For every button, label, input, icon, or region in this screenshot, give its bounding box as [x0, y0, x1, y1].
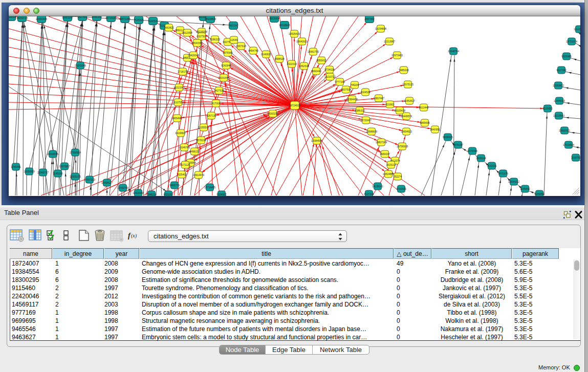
- svg-text:3171125: 3171125: [180, 163, 190, 166]
- svg-text:10807487: 10807487: [373, 97, 384, 100]
- svg-text:1322013: 1322013: [287, 62, 297, 65]
- svg-text:7857247: 7857247: [228, 24, 238, 27]
- svg-text:1640951: 1640951: [430, 128, 440, 131]
- svg-text:17957223: 17957223: [84, 178, 95, 181]
- svg-text:23031444: 23031444: [218, 76, 229, 79]
- svg-text:9684007: 9684007: [380, 152, 390, 156]
- svg-text:12213363: 12213363: [173, 86, 185, 89]
- svg-text:8912954: 8912954: [182, 31, 192, 34]
- svg-text:16210643: 16210643: [553, 114, 564, 117]
- svg-text:621663: 621663: [386, 103, 395, 106]
- svg-text:19218906: 19218906: [279, 24, 290, 27]
- svg-text:13654923: 13654923: [401, 130, 412, 133]
- svg-text:16210722: 16210722: [324, 75, 336, 78]
- svg-text:13525419: 13525419: [289, 32, 300, 35]
- svg-text:18724007: 18724007: [289, 104, 300, 107]
- svg-text:9734024: 9734024: [324, 68, 335, 71]
- svg-text:12646: 12646: [230, 38, 237, 41]
- svg-text:10653267: 10653267: [62, 16, 73, 19]
- svg-text:16033809: 16033809: [205, 17, 216, 20]
- svg-text:15720407: 15720407: [360, 119, 372, 122]
- svg-text:10654112: 10654112: [508, 180, 519, 183]
- svg-text:20206576: 20206576: [47, 152, 58, 156]
- svg-text:10973493: 10973493: [391, 54, 403, 57]
- svg-text:1527602: 1527602: [77, 16, 88, 18]
- svg-text:8813054: 8813054: [269, 17, 279, 20]
- svg-text:15692921: 15692921: [559, 129, 570, 132]
- svg-text:1588528: 1588528: [274, 57, 285, 60]
- svg-text:1829506: 1829506: [9, 16, 16, 18]
- svg-text:18300295: 18300295: [267, 112, 278, 115]
- svg-text:1295061: 1295061: [11, 165, 21, 168]
- svg-text:252274: 252274: [394, 175, 402, 178]
- svg-text:10688609: 10688609: [366, 130, 377, 133]
- svg-text:9227342: 9227342: [556, 69, 567, 72]
- svg-text:1615112: 1615112: [386, 163, 396, 166]
- svg-text:9613440: 9613440: [419, 106, 429, 109]
- svg-text:9346211: 9346211: [146, 193, 156, 196]
- svg-text:3915401: 3915401: [9, 169, 9, 172]
- svg-text:10719155: 10719155: [105, 16, 117, 19]
- svg-text:8311207: 8311207: [163, 193, 173, 196]
- svg-text:746206: 746206: [351, 83, 359, 86]
- svg-text:12942737: 12942737: [37, 171, 49, 174]
- svg-text:7485003: 7485003: [399, 69, 409, 72]
- svg-text:9245652: 9245652: [520, 187, 530, 190]
- svg-text:2386312: 2386312: [355, 109, 365, 112]
- svg-text:13716485: 13716485: [204, 186, 215, 189]
- svg-text:9465779: 9465779: [169, 184, 180, 187]
- svg-text:6837508: 6837508: [341, 88, 351, 91]
- svg-text:3875685: 3875685: [223, 51, 233, 54]
- svg-text:10025438: 10025438: [394, 109, 405, 112]
- svg-text:2935114: 2935114: [476, 157, 486, 160]
- svg-text:12213967: 12213967: [384, 40, 395, 43]
- svg-text:12423448: 12423448: [133, 191, 144, 194]
- svg-text:7515526: 7515526: [134, 18, 144, 21]
- svg-text:9146821: 9146821: [261, 53, 271, 56]
- svg-text:2687682: 2687682: [364, 17, 375, 20]
- svg-text:18807249: 18807249: [376, 141, 387, 144]
- svg-text:19384554: 19384554: [311, 139, 322, 142]
- svg-text:9242848: 9242848: [221, 64, 231, 67]
- svg-text:7955812: 7955812: [316, 59, 326, 62]
- svg-text:9427532: 9427532: [214, 89, 224, 92]
- svg-text:7663822: 7663822: [164, 26, 174, 29]
- svg-text:6479197: 6479197: [453, 143, 463, 146]
- svg-text:16671355: 16671355: [119, 17, 130, 20]
- svg-text:19654987: 19654987: [171, 117, 183, 120]
- svg-text:9329966: 9329966: [561, 55, 572, 58]
- svg-text:16107553: 16107553: [172, 101, 184, 104]
- svg-text:9474444: 9474444: [467, 149, 477, 152]
- svg-text:8186323: 8186323: [210, 38, 220, 41]
- svg-text:10782759: 10782759: [117, 186, 128, 189]
- svg-text:11156819: 11156819: [24, 170, 35, 173]
- svg-text:10975857: 10975857: [59, 165, 70, 168]
- svg-text:16543362: 16543362: [191, 41, 203, 45]
- svg-text:16648784: 16648784: [448, 50, 459, 53]
- svg-text:16154808: 16154808: [375, 27, 386, 30]
- svg-text:8127312: 8127312: [364, 192, 374, 195]
- svg-text:17359924: 17359924: [70, 151, 81, 154]
- svg-text:8454749: 8454749: [248, 49, 258, 52]
- svg-text:8267130: 8267130: [206, 114, 216, 117]
- svg-text:9120531: 9120531: [148, 19, 158, 23]
- svg-text:12444193: 12444193: [554, 99, 565, 102]
- svg-text:6899695: 6899695: [420, 121, 430, 124]
- svg-text:10958127: 10958127: [101, 181, 113, 184]
- svg-text:1498222: 1498222: [189, 150, 200, 153]
- svg-text:19166827: 19166827: [175, 132, 186, 135]
- svg-text:19524851: 19524851: [383, 172, 394, 176]
- svg-text:9777169: 9777169: [335, 80, 345, 83]
- svg-text:9245652: 9245652: [534, 192, 545, 195]
- svg-text:11123901: 11123901: [574, 28, 580, 31]
- svg-text:16961755: 16961755: [308, 50, 319, 53]
- svg-text:1145193: 1145193: [53, 172, 62, 175]
- svg-text:16914479: 16914479: [193, 173, 204, 177]
- svg-text:15751074: 15751074: [566, 40, 577, 43]
- svg-text:7625402: 7625402: [177, 173, 187, 176]
- svg-text:2718170: 2718170: [178, 70, 188, 73]
- svg-text:7632021: 7632021: [487, 164, 497, 167]
- svg-text:1733426: 1733426: [396, 187, 406, 190]
- svg-text:3024534: 3024534: [360, 91, 371, 94]
- svg-text:1362615: 1362615: [299, 64, 309, 68]
